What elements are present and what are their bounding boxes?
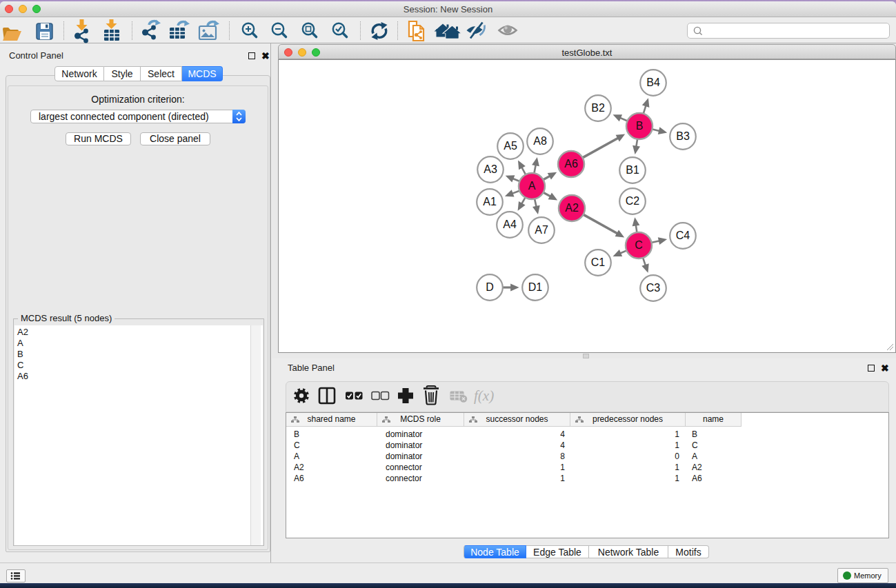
svg-text:B4: B4: [646, 77, 660, 88]
svg-text:A3: A3: [484, 163, 497, 175]
svg-text:C2: C2: [626, 195, 640, 207]
svg-text:A7: A7: [535, 224, 548, 236]
svg-text:B1: B1: [626, 164, 639, 176]
svg-text:C4: C4: [676, 230, 690, 241]
svg-text:B: B: [636, 120, 644, 132]
svg-text:A: A: [528, 180, 536, 192]
svg-text:C3: C3: [646, 282, 661, 294]
svg-text:C: C: [635, 239, 643, 251]
svg-text:A6: A6: [564, 158, 578, 170]
svg-text:C1: C1: [591, 256, 606, 268]
svg-text:A5: A5: [504, 140, 517, 152]
svg-text:D1: D1: [528, 281, 543, 293]
svg-text:B3: B3: [676, 130, 690, 142]
svg-text:A4: A4: [503, 219, 517, 230]
svg-text:f(x): f(x): [474, 387, 494, 404]
svg-text:A1: A1: [483, 196, 497, 207]
svg-text:A2: A2: [565, 202, 579, 214]
svg-text:B2: B2: [591, 102, 605, 114]
svg-text:D: D: [486, 281, 494, 293]
svg-text:A8: A8: [533, 135, 547, 147]
